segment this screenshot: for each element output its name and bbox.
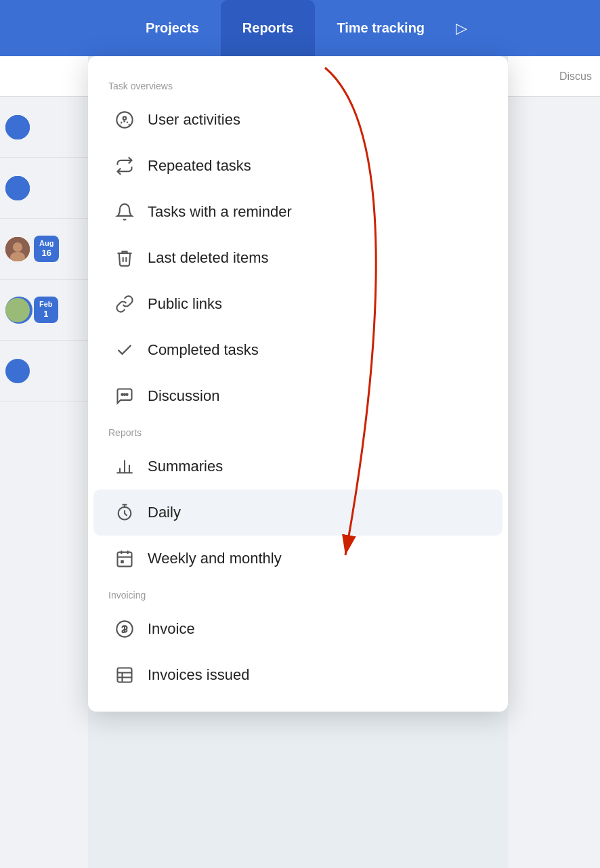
right-bg-panel: Discus [508,56,600,868]
menu-label-daily: Daily [148,504,181,521]
bar-chart-icon [114,456,135,477]
menu-label-weekly-monthly: Weekly and monthly [148,550,282,567]
menu-item-user-activities[interactable]: User activities [93,97,502,143]
bg-avatar-photo [5,237,30,261]
section-reports: Reports [88,422,508,443]
menu-item-discussion[interactable]: Discussion [93,373,502,419]
nav-reports-label: Reports [242,20,294,36]
menu-label-public-links: Public links [148,295,222,313]
svg-rect-16 [118,668,132,682]
menu-label-user-activities: User activities [148,111,240,129]
menu-label-completed-tasks: Completed tasks [148,341,259,359]
menu-label-tasks-reminder: Tasks with a reminder [148,203,292,221]
book-icon [114,664,135,686]
menu-label-last-deleted: Last deleted items [148,249,269,267]
nav-time-tracking-label: Time tracking [337,20,425,36]
svg-point-3 [126,394,127,395]
link-icon [114,293,135,315]
menu-label-discussion: Discussion [148,387,219,405]
menu-item-summaries[interactable]: Summaries [93,443,502,490]
left-tab-label: Calen [0,56,88,97]
chat-icon [114,385,135,407]
stopwatch-icon [114,502,135,523]
reports-dropdown: Task overviews User activities Repeated … [88,56,508,712]
left-bg-panel: Calen [0,56,88,868]
right-tab-label: Discus [508,56,600,97]
menu-item-daily[interactable]: Daily [93,490,502,536]
play-icon: ▷ [456,20,467,37]
repeat-icon [114,155,135,177]
menu-label-invoices-issued: Invoices issued [148,666,249,684]
trash-icon [114,247,135,269]
nav-projects-label: Projects [146,20,199,36]
user-activity-icon [114,109,135,131]
calendar-icon [114,548,135,569]
menu-label-repeated-tasks: Repeated tasks [148,157,251,175]
menu-item-weekly-monthly[interactable]: Weekly and monthly [93,536,502,582]
nav-projects[interactable]: Projects [124,0,221,56]
bg-blue-circle-2 [5,176,30,200]
menu-item-public-links[interactable]: Public links [93,281,502,327]
menu-label-summaries: Summaries [148,458,223,475]
nav-time-tracking[interactable]: Time tracking [315,0,446,56]
section-task-overviews: Task overviews [88,75,508,97]
svg-rect-13 [121,560,124,563]
section-invoicing: Invoicing [88,584,508,606]
menu-item-tasks-reminder[interactable]: Tasks with a reminder [93,189,502,235]
svg-point-1 [121,394,123,395]
bg-cal-row-2 [0,158,88,219]
bell-icon [114,201,135,223]
menu-item-invoice[interactable]: Invoice [93,606,502,652]
svg-point-2 [124,394,125,395]
menu-item-invoices-issued[interactable]: Invoices issued [93,652,502,698]
nav-reports[interactable]: Reports [221,0,316,56]
menu-item-completed-tasks[interactable]: Completed tasks [93,327,502,373]
bg-cal-row-4 [0,280,88,341]
dollar-circle-icon [114,618,135,640]
menu-item-repeated-tasks[interactable]: Repeated tasks [93,143,502,189]
bg-cal-row-1 [0,97,88,158]
menu-item-last-deleted[interactable]: Last deleted items [93,235,502,281]
bg-cal-row-3 [0,219,88,280]
svg-rect-9 [118,552,132,567]
menu-label-invoice: Invoice [148,620,195,638]
top-nav: Projects Reports Time tracking ▷ [0,0,600,56]
bg-blue-circle-1 [5,115,30,139]
play-button[interactable]: ▷ [446,14,476,43]
check-icon [114,339,135,361]
bg-bottom-circle [5,297,33,324]
